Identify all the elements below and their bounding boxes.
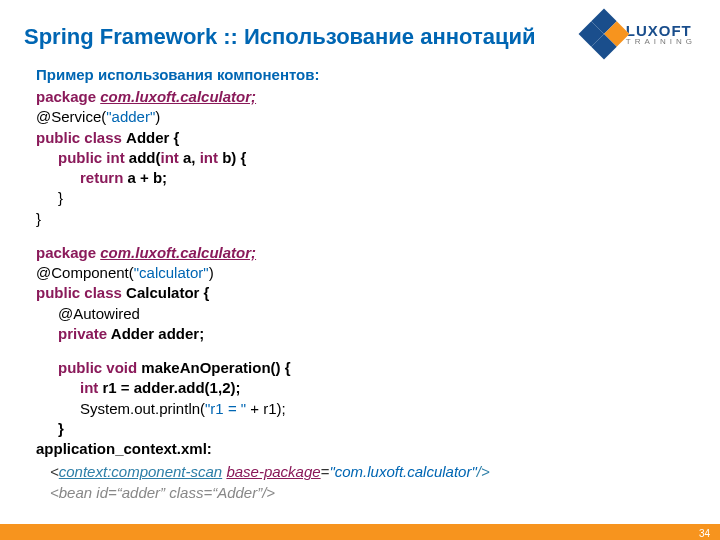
section-subtitle: Пример использования компонентов: xyxy=(0,52,720,83)
logo: LUXOFT TRAINING xyxy=(586,16,696,52)
slide-title: Spring Framework :: Использование аннота… xyxy=(24,24,536,50)
logo-mark-icon xyxy=(578,9,629,60)
code-block-2: package com.luxoft.calculator; @Componen… xyxy=(0,229,720,439)
footer-bar xyxy=(0,524,720,540)
xml-label: application_context.xml: xyxy=(0,439,720,459)
logo-brand: LUXOFT xyxy=(626,23,696,38)
code-block-1: package com.luxoft.calculator; @Service(… xyxy=(0,83,720,229)
xml-line-1: <context:component-scan base-package="co… xyxy=(0,459,720,480)
page-number: 34 xyxy=(699,528,710,539)
xml-line-2: <bean id=“adder” class=“Adder”/> xyxy=(0,480,720,501)
logo-sub: TRAINING xyxy=(626,38,696,46)
